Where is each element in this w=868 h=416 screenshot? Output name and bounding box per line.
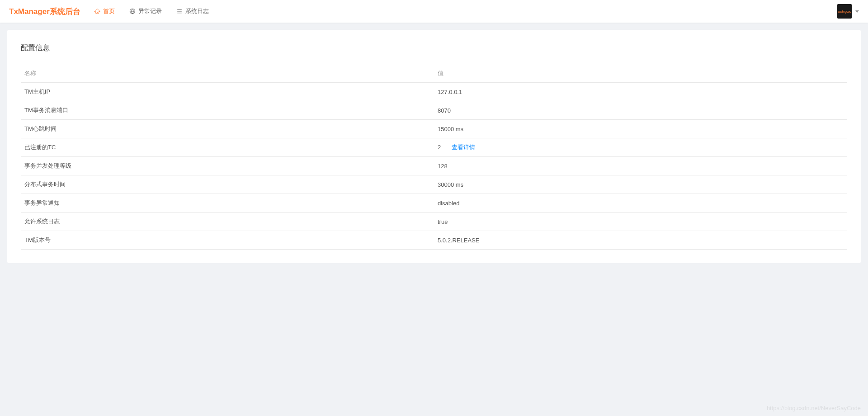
nav-exception-label: 异常记录 xyxy=(138,7,162,15)
row-value: 128 xyxy=(434,157,847,175)
row-name: TM事务消息端口 xyxy=(21,101,434,120)
config-card: 配置信息 名称 值 TM主机IP127.0.0.1TM事务消息端口8070TM心… xyxy=(7,30,861,263)
nav-exception[interactable]: 异常记录 xyxy=(129,7,162,15)
brand-title: TxManager系统后台 xyxy=(9,6,80,17)
globe-icon xyxy=(129,8,136,14)
row-name: TM主机IP xyxy=(21,83,434,101)
table-row: TM主机IP127.0.0.1 xyxy=(21,83,847,101)
table-row: 分布式事务时间30000 ms xyxy=(21,175,847,194)
top-nav: 首页 异常记录 系统日志 xyxy=(94,7,837,15)
row-name: 事务并发处理等级 xyxy=(21,157,434,175)
table-row: TM版本号5.0.2.RELEASE xyxy=(21,231,847,250)
row-value: 127.0.0.1 xyxy=(434,83,847,101)
list-icon xyxy=(176,8,183,14)
nav-logs-label: 系统日志 xyxy=(185,7,209,15)
card-title: 配置信息 xyxy=(21,43,847,53)
row-value: 2查看详情 xyxy=(434,138,847,157)
row-value: true xyxy=(434,213,847,231)
avatar: codingcoo xyxy=(837,4,852,19)
chevron-down-icon xyxy=(855,10,859,13)
table-row: 事务异常通知disabled xyxy=(21,194,847,213)
row-value: 5.0.2.RELEASE xyxy=(434,231,847,250)
nav-logs[interactable]: 系统日志 xyxy=(176,7,209,15)
row-name: 事务异常通知 xyxy=(21,194,434,213)
table-row: 事务并发处理等级128 xyxy=(21,157,847,175)
col-value: 值 xyxy=(434,64,847,83)
nav-home[interactable]: 首页 xyxy=(94,7,115,15)
nav-home-label: 首页 xyxy=(103,7,115,15)
row-name: TM心跳时间 xyxy=(21,120,434,138)
row-name: 允许系统日志 xyxy=(21,213,434,231)
config-table: 名称 值 TM主机IP127.0.0.1TM事务消息端口8070TM心跳时间15… xyxy=(21,64,847,250)
view-details-link[interactable]: 查看详情 xyxy=(452,144,475,151)
row-name: TM版本号 xyxy=(21,231,434,250)
user-menu[interactable]: codingcoo xyxy=(837,4,859,19)
table-row: TM心跳时间15000 ms xyxy=(21,120,847,138)
main-content: 配置信息 名称 值 TM主机IP127.0.0.1TM事务消息端口8070TM心… xyxy=(0,23,868,270)
row-name: 已注册的TC xyxy=(21,138,434,157)
row-value: 15000 ms xyxy=(434,120,847,138)
row-name: 分布式事务时间 xyxy=(21,175,434,194)
home-icon xyxy=(94,8,100,14)
col-name: 名称 xyxy=(21,64,434,83)
header: TxManager系统后台 首页 异常记录 系统日志 codingcoo xyxy=(0,0,868,23)
row-value: 8070 xyxy=(434,101,847,120)
table-header-row: 名称 值 xyxy=(21,64,847,83)
row-value: 30000 ms xyxy=(434,175,847,194)
table-row: TM事务消息端口8070 xyxy=(21,101,847,120)
table-row: 已注册的TC2查看详情 xyxy=(21,138,847,157)
table-row: 允许系统日志true xyxy=(21,213,847,231)
row-value: disabled xyxy=(434,194,847,213)
